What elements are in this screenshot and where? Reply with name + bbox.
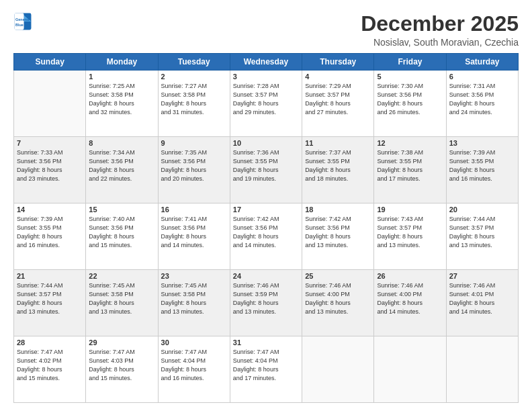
subtitle: Nosislav, South Moravian, Czechia <box>361 37 519 48</box>
day-info: Sunrise: 7:46 AM Sunset: 4:01 PM Dayligh… <box>449 281 515 316</box>
calendar-table: Sunday Monday Tuesday Wednesday Thursday… <box>13 53 519 403</box>
day-info: Sunrise: 7:45 AM Sunset: 3:58 PM Dayligh… <box>161 281 227 316</box>
day-info: Sunrise: 7:43 AM Sunset: 3:57 PM Dayligh… <box>377 215 443 250</box>
calendar-cell <box>302 336 374 403</box>
day-number: 7 <box>17 139 83 147</box>
page: General Blue December 2025 Nosislav, Sou… <box>0 0 532 411</box>
svg-text:General: General <box>15 17 30 21</box>
day-info: Sunrise: 7:47 AM Sunset: 4:04 PM Dayligh… <box>161 348 227 383</box>
day-number: 20 <box>449 205 515 214</box>
day-info: Sunrise: 7:29 AM Sunset: 3:57 PM Dayligh… <box>305 82 371 117</box>
day-number: 1 <box>89 73 154 81</box>
day-info: Sunrise: 7:44 AM Sunset: 3:57 PM Dayligh… <box>17 281 83 316</box>
calendar-cell: 18Sunrise: 7:42 AM Sunset: 3:56 PM Dayli… <box>302 203 374 270</box>
calendar-week-0: 1Sunrise: 7:25 AM Sunset: 3:58 PM Daylig… <box>14 71 519 137</box>
calendar-cell <box>14 71 86 137</box>
day-number: 16 <box>161 205 227 214</box>
day-info: Sunrise: 7:41 AM Sunset: 3:56 PM Dayligh… <box>161 215 227 250</box>
svg-text:Blue: Blue <box>15 23 24 27</box>
day-info: Sunrise: 7:38 AM Sunset: 3:55 PM Dayligh… <box>377 148 443 183</box>
header: General Blue December 2025 Nosislav, Sou… <box>13 12 519 48</box>
day-info: Sunrise: 7:45 AM Sunset: 3:58 PM Dayligh… <box>89 281 154 316</box>
day-number: 26 <box>377 272 443 280</box>
calendar-week-3: 21Sunrise: 7:44 AM Sunset: 3:57 PM Dayli… <box>14 270 519 336</box>
title-block: December 2025 Nosislav, South Moravian, … <box>361 12 519 48</box>
calendar-cell: 12Sunrise: 7:38 AM Sunset: 3:55 PM Dayli… <box>374 137 446 203</box>
day-number: 17 <box>233 205 299 214</box>
col-thursday: Thursday <box>302 54 374 71</box>
calendar-cell: 6Sunrise: 7:31 AM Sunset: 3:56 PM Daylig… <box>446 71 518 137</box>
calendar-cell: 22Sunrise: 7:45 AM Sunset: 3:58 PM Dayli… <box>86 270 158 336</box>
calendar-cell: 27Sunrise: 7:46 AM Sunset: 4:01 PM Dayli… <box>446 270 518 336</box>
calendar-cell: 25Sunrise: 7:46 AM Sunset: 4:00 PM Dayli… <box>302 270 374 336</box>
calendar-cell: 1Sunrise: 7:25 AM Sunset: 3:58 PM Daylig… <box>86 71 158 137</box>
day-info: Sunrise: 7:42 AM Sunset: 3:56 PM Dayligh… <box>305 215 371 250</box>
day-number: 10 <box>233 139 299 147</box>
day-number: 21 <box>17 272 83 280</box>
col-saturday: Saturday <box>446 54 518 71</box>
day-number: 22 <box>89 272 154 280</box>
day-number: 28 <box>17 338 83 347</box>
calendar-cell: 30Sunrise: 7:47 AM Sunset: 4:04 PM Dayli… <box>158 336 230 403</box>
day-info: Sunrise: 7:35 AM Sunset: 3:56 PM Dayligh… <box>161 148 227 183</box>
day-number: 5 <box>377 73 443 81</box>
day-info: Sunrise: 7:46 AM Sunset: 3:59 PM Dayligh… <box>233 281 299 316</box>
calendar-cell: 8Sunrise: 7:34 AM Sunset: 3:56 PM Daylig… <box>86 137 158 203</box>
day-number: 4 <box>305 73 371 81</box>
calendar-cell: 2Sunrise: 7:27 AM Sunset: 3:58 PM Daylig… <box>158 71 230 137</box>
day-number: 2 <box>161 73 227 81</box>
day-number: 3 <box>233 73 299 81</box>
day-number: 19 <box>377 205 443 214</box>
calendar-cell <box>374 336 446 403</box>
month-title: December 2025 <box>361 12 519 36</box>
calendar-cell: 5Sunrise: 7:30 AM Sunset: 3:56 PM Daylig… <box>374 71 446 137</box>
day-number: 25 <box>305 272 371 280</box>
day-number: 8 <box>89 139 154 147</box>
calendar-cell: 4Sunrise: 7:29 AM Sunset: 3:57 PM Daylig… <box>302 71 374 137</box>
calendar-cell: 23Sunrise: 7:45 AM Sunset: 3:58 PM Dayli… <box>158 270 230 336</box>
calendar-cell: 17Sunrise: 7:42 AM Sunset: 3:56 PM Dayli… <box>230 203 302 270</box>
day-info: Sunrise: 7:27 AM Sunset: 3:58 PM Dayligh… <box>161 82 227 117</box>
calendar-cell: 29Sunrise: 7:47 AM Sunset: 4:03 PM Dayli… <box>86 336 158 403</box>
day-number: 27 <box>449 272 515 280</box>
calendar-cell: 9Sunrise: 7:35 AM Sunset: 3:56 PM Daylig… <box>158 137 230 203</box>
day-number: 9 <box>161 139 227 147</box>
calendar-cell: 11Sunrise: 7:37 AM Sunset: 3:55 PM Dayli… <box>302 137 374 203</box>
day-info: Sunrise: 7:30 AM Sunset: 3:56 PM Dayligh… <box>377 82 443 117</box>
calendar-cell: 3Sunrise: 7:28 AM Sunset: 3:57 PM Daylig… <box>230 71 302 137</box>
calendar-cell: 24Sunrise: 7:46 AM Sunset: 3:59 PM Dayli… <box>230 270 302 336</box>
col-friday: Friday <box>374 54 446 71</box>
logo: General Blue <box>13 12 32 31</box>
day-info: Sunrise: 7:34 AM Sunset: 3:56 PM Dayligh… <box>89 148 154 183</box>
day-number: 24 <box>233 272 299 280</box>
day-number: 6 <box>449 73 515 81</box>
calendar-cell: 10Sunrise: 7:36 AM Sunset: 3:55 PM Dayli… <box>230 137 302 203</box>
calendar-cell: 13Sunrise: 7:39 AM Sunset: 3:55 PM Dayli… <box>446 137 518 203</box>
day-number: 31 <box>233 338 299 347</box>
calendar-cell: 14Sunrise: 7:39 AM Sunset: 3:55 PM Dayli… <box>14 203 86 270</box>
day-info: Sunrise: 7:47 AM Sunset: 4:02 PM Dayligh… <box>17 348 83 383</box>
col-monday: Monday <box>86 54 158 71</box>
logo-icon: General Blue <box>13 12 32 31</box>
calendar-week-2: 14Sunrise: 7:39 AM Sunset: 3:55 PM Dayli… <box>14 203 519 270</box>
calendar-cell: 7Sunrise: 7:33 AM Sunset: 3:56 PM Daylig… <box>14 137 86 203</box>
day-number: 30 <box>161 338 227 347</box>
col-wednesday: Wednesday <box>230 54 302 71</box>
day-number: 15 <box>89 205 154 214</box>
calendar-cell: 21Sunrise: 7:44 AM Sunset: 3:57 PM Dayli… <box>14 270 86 336</box>
day-info: Sunrise: 7:40 AM Sunset: 3:56 PM Dayligh… <box>89 215 154 250</box>
col-tuesday: Tuesday <box>158 54 230 71</box>
day-number: 12 <box>377 139 443 147</box>
day-number: 11 <box>305 139 371 147</box>
day-info: Sunrise: 7:46 AM Sunset: 4:00 PM Dayligh… <box>305 281 371 316</box>
calendar-week-4: 28Sunrise: 7:47 AM Sunset: 4:02 PM Dayli… <box>14 336 519 403</box>
calendar-cell <box>446 336 518 403</box>
day-info: Sunrise: 7:31 AM Sunset: 3:56 PM Dayligh… <box>449 82 515 117</box>
header-row: Sunday Monday Tuesday Wednesday Thursday… <box>14 54 519 71</box>
day-info: Sunrise: 7:42 AM Sunset: 3:56 PM Dayligh… <box>233 215 299 250</box>
day-number: 14 <box>17 205 83 214</box>
day-info: Sunrise: 7:44 AM Sunset: 3:57 PM Dayligh… <box>449 215 515 250</box>
day-number: 23 <box>161 272 227 280</box>
day-number: 13 <box>449 139 515 147</box>
calendar-cell: 16Sunrise: 7:41 AM Sunset: 3:56 PM Dayli… <box>158 203 230 270</box>
